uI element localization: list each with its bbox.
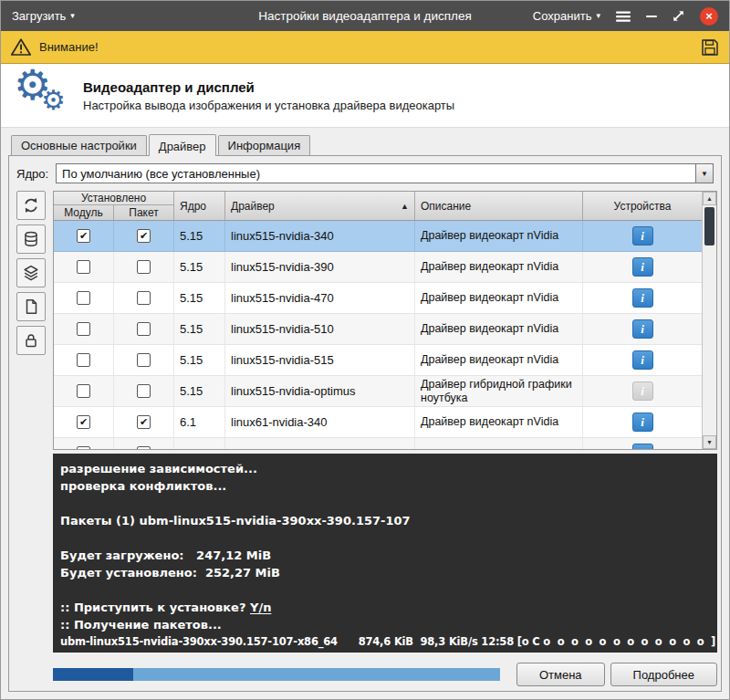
kernel-cell (174, 438, 225, 449)
kernel-cell: 5.15 (174, 345, 225, 375)
terminal-line (60, 495, 710, 512)
save-changes-button[interactable] (700, 37, 720, 57)
module-checkbox[interactable] (77, 260, 90, 274)
module-checkbox[interactable] (77, 446, 90, 449)
info-button[interactable]: i (632, 444, 653, 449)
kernel-cell: 5.15 (174, 221, 225, 251)
package-checkbox[interactable] (137, 260, 151, 274)
tab-driver[interactable]: Драйвер (149, 134, 216, 156)
save-menu-button[interactable]: Сохранить ▾ (533, 9, 600, 23)
column-header-driver[interactable]: Драйвер▲ (225, 192, 415, 220)
close-button[interactable]: × (700, 7, 718, 26)
load-menu-label: Загрузить (12, 9, 66, 23)
kernel-combobox[interactable]: По умолчанию (все установленные) ▼ (56, 163, 714, 183)
driver-cell: linux61-nvidia-340 (225, 407, 415, 437)
lock-button[interactable] (16, 326, 46, 355)
devices-cell: i (583, 345, 702, 375)
table-row[interactable]: 5.15linux515-nvidia-390Драйвер видеокарт… (54, 252, 702, 283)
table-row[interactable]: ✔✔5.15linux515-nvidia-340Драйвер видеока… (54, 221, 702, 252)
info-button[interactable]: i (632, 257, 653, 277)
info-button[interactable]: i (632, 381, 653, 401)
package-checkbox[interactable] (137, 322, 151, 336)
info-button[interactable]: i (632, 288, 653, 308)
save-menu-label: Сохранить (533, 9, 592, 23)
package-cell: ✔ (114, 407, 174, 437)
devices-cell: i (583, 252, 702, 282)
installed-group-header[interactable]: Установлено Модуль Пакет (54, 192, 174, 220)
window-title: Настройки видеоадаптера и дисплея (258, 9, 472, 23)
details-button[interactable]: Подробнее (610, 663, 717, 686)
table-row[interactable]: 5.15linux515-nvidia-510Драйвер видеокарт… (54, 314, 702, 345)
scrollbar-track[interactable] (703, 205, 716, 435)
package-checkbox[interactable]: ✔ (137, 415, 151, 429)
devices-cell: i (583, 376, 702, 406)
terminal-line: :: Приступить к установке? Y/n (60, 599, 710, 616)
package-checkbox[interactable] (137, 446, 151, 449)
devices-cell: i (583, 314, 702, 344)
progress-segment (133, 668, 500, 681)
cancel-button[interactable]: Отмена (516, 663, 605, 686)
info-button[interactable]: i (632, 413, 653, 432)
module-cell (54, 376, 114, 406)
layers-button[interactable] (16, 258, 46, 287)
table-row[interactable]: 5.15linux515-nvidia-470Драйвер видеокарт… (54, 283, 702, 314)
title-bar: Загрузить ▾ Настройки видеоадаптера и ди… (1, 1, 729, 31)
file-button[interactable] (16, 292, 46, 321)
package-checkbox[interactable] (137, 384, 151, 398)
table-row[interactable]: 5.15linux515-nvidia-optimusДрайвер гибри… (54, 376, 702, 407)
package-cell (114, 376, 174, 406)
column-header-module[interactable]: Модуль (54, 205, 113, 220)
package-cell (114, 252, 174, 282)
tab-main-settings[interactable]: Основные настройки (11, 135, 147, 155)
module-checkbox[interactable] (77, 291, 90, 305)
app-window: Загрузить ▾ Настройки видеоадаптера и ди… (0, 0, 730, 700)
warning-icon (10, 37, 32, 57)
page-subtitle: Настройка вывода изображения и установка… (83, 99, 454, 112)
load-menu-button[interactable]: Загрузить ▾ (12, 9, 75, 23)
driver-cell: linux515-nvidia-390 (225, 252, 415, 282)
description-cell: Драйвер видеокарт nVidia (415, 283, 583, 313)
module-checkbox[interactable] (77, 353, 90, 367)
maximize-button[interactable] (672, 9, 685, 23)
minimize-button[interactable] (646, 16, 657, 17)
module-checkbox[interactable]: ✔ (77, 415, 90, 429)
devices-cell: i (583, 407, 702, 437)
module-checkbox[interactable]: ✔ (77, 229, 90, 243)
table-row[interactable]: 5.15linux515-nvidia-515Драйвер видеокарт… (54, 345, 702, 376)
module-checkbox[interactable] (77, 322, 90, 336)
table-row[interactable]: ✔✔6.1linux61-nvidia-340Драйвер видеокарт… (54, 407, 702, 438)
database-button[interactable] (16, 225, 46, 254)
driver-tab-panel: Ядро: По умолчанию (все установленные) ▼ (8, 155, 722, 692)
info-button[interactable]: i (632, 319, 653, 339)
kernel-combobox-dropdown-button[interactable]: ▼ (695, 164, 713, 183)
driver-cell: linux515-nvidia-510 (225, 314, 415, 344)
package-checkbox[interactable]: ✔ (137, 229, 151, 243)
scroll-down-button[interactable]: ▼ (703, 435, 716, 449)
column-header-package[interactable]: Пакет (113, 205, 173, 220)
caret-down-icon: ▾ (70, 12, 75, 20)
table-row[interactable]: i (54, 438, 702, 449)
scrollbar-thumb[interactable] (704, 207, 714, 246)
package-checkbox[interactable] (137, 291, 151, 305)
module-checkbox[interactable] (77, 384, 90, 398)
vertical-scrollbar[interactable]: ▲ ▼ (702, 192, 716, 449)
column-header-description[interactable]: Описание (415, 192, 583, 220)
package-checkbox[interactable] (137, 353, 151, 367)
column-header-kernel[interactable]: Ядро (174, 192, 225, 220)
info-button[interactable]: i (632, 226, 653, 246)
tab-bar: Основные настройки Драйвер Информация (8, 134, 722, 155)
kernel-cell: 6.1 (174, 407, 225, 437)
column-header-devices[interactable]: Устройства (583, 192, 702, 220)
tab-information[interactable]: Информация (218, 135, 311, 155)
menu-button[interactable] (615, 10, 631, 23)
info-button[interactable]: i (632, 350, 653, 370)
terminal-line (60, 529, 710, 547)
description-cell: Драйвер гибридной графики ноутбука (415, 376, 583, 406)
scroll-up-button[interactable]: ▲ (703, 192, 716, 205)
kernel-cell: 5.15 (174, 314, 225, 344)
description-cell: Драйвер видеокарт nVidia (415, 345, 583, 375)
refresh-button[interactable] (16, 191, 46, 220)
caret-down-icon: ▾ (596, 12, 600, 20)
devices-cell: i (583, 438, 702, 449)
hamburger-icon (615, 10, 631, 23)
